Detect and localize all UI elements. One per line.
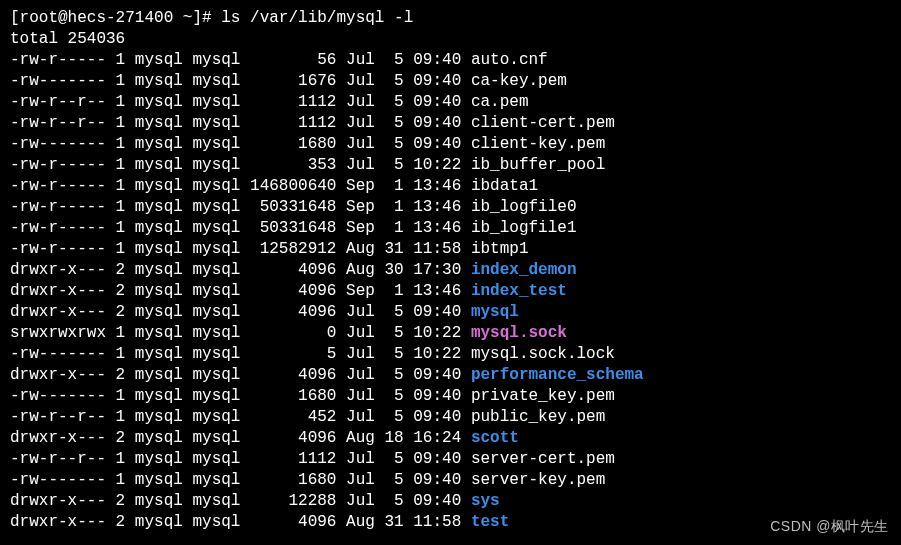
- file-row: -rw------- 1 mysql mysql 1680 Jul 5 09:4…: [10, 470, 891, 491]
- file-name: ib_buffer_pool: [471, 156, 605, 174]
- file-row: -rw-r--r-- 1 mysql mysql 1112 Jul 5 09:4…: [10, 113, 891, 134]
- file-row: -rw------- 1 mysql mysql 1676 Jul 5 09:4…: [10, 71, 891, 92]
- file-name: mysql.sock: [471, 324, 567, 342]
- file-row: drwxr-x--- 2 mysql mysql 4096 Jul 5 09:4…: [10, 302, 891, 323]
- file-row: -rw-r----- 1 mysql mysql 50331648 Sep 1 …: [10, 197, 891, 218]
- file-name: sys: [471, 492, 500, 510]
- file-row: -rw-r--r-- 1 mysql mysql 1112 Jul 5 09:4…: [10, 92, 891, 113]
- file-name: client-key.pem: [471, 135, 605, 153]
- file-meta: drwxr-x--- 2 mysql mysql 4096 Aug 30 17:…: [10, 261, 471, 279]
- file-meta: -rw-r--r-- 1 mysql mysql 1112 Jul 5 09:4…: [10, 450, 471, 468]
- terminal-output[interactable]: [root@hecs-271400 ~]# ls /var/lib/mysql …: [10, 8, 891, 533]
- file-name: ibtmp1: [471, 240, 529, 258]
- file-row: -rw------- 1 mysql mysql 1680 Jul 5 09:4…: [10, 134, 891, 155]
- file-row: -rw-r----- 1 mysql mysql 12582912 Aug 31…: [10, 239, 891, 260]
- prompt-line: [root@hecs-271400 ~]# ls /var/lib/mysql …: [10, 8, 891, 29]
- file-meta: drwxr-x--- 2 mysql mysql 4096 Jul 5 09:4…: [10, 366, 471, 384]
- file-name: client-cert.pem: [471, 114, 615, 132]
- file-name: ibdata1: [471, 177, 538, 195]
- file-name: public_key.pem: [471, 408, 605, 426]
- file-row: drwxr-x--- 2 mysql mysql 4096 Sep 1 13:4…: [10, 281, 891, 302]
- file-row: -rw-r--r-- 1 mysql mysql 452 Jul 5 09:40…: [10, 407, 891, 428]
- file-row: srwxrwxrwx 1 mysql mysql 0 Jul 5 10:22 m…: [10, 323, 891, 344]
- file-meta: -rw------- 1 mysql mysql 5 Jul 5 10:22: [10, 345, 471, 363]
- file-row: drwxr-x--- 2 mysql mysql 12288 Jul 5 09:…: [10, 491, 891, 512]
- file-meta: -rw-r--r-- 1 mysql mysql 452 Jul 5 09:40: [10, 408, 471, 426]
- total-line: total 254036: [10, 29, 891, 50]
- file-name: ca-key.pem: [471, 72, 567, 90]
- file-name: private_key.pem: [471, 387, 615, 405]
- file-row: -rw-r----- 1 mysql mysql 50331648 Sep 1 …: [10, 218, 891, 239]
- file-name: test: [471, 513, 509, 531]
- file-name: auto.cnf: [471, 51, 548, 69]
- file-meta: -rw------- 1 mysql mysql 1680 Jul 5 09:4…: [10, 471, 471, 489]
- file-meta: drwxr-x--- 2 mysql mysql 4096 Jul 5 09:4…: [10, 303, 471, 321]
- file-meta: -rw-r----- 1 mysql mysql 50331648 Sep 1 …: [10, 198, 471, 216]
- file-meta: -rw-r----- 1 mysql mysql 56 Jul 5 09:40: [10, 51, 471, 69]
- file-name: ca.pem: [471, 93, 529, 111]
- file-meta: -rw-r----- 1 mysql mysql 12582912 Aug 31…: [10, 240, 471, 258]
- file-row: -rw-r----- 1 mysql mysql 56 Jul 5 09:40 …: [10, 50, 891, 71]
- file-row: drwxr-x--- 2 mysql mysql 4096 Aug 18 16:…: [10, 428, 891, 449]
- file-name: ib_logfile1: [471, 219, 577, 237]
- file-meta: -rw------- 1 mysql mysql 1680 Jul 5 09:4…: [10, 387, 471, 405]
- file-name: server-cert.pem: [471, 450, 615, 468]
- file-meta: drwxr-x--- 2 mysql mysql 12288 Jul 5 09:…: [10, 492, 471, 510]
- file-meta: -rw-r----- 1 mysql mysql 353 Jul 5 10:22: [10, 156, 471, 174]
- file-row: -rw-r----- 1 mysql mysql 353 Jul 5 10:22…: [10, 155, 891, 176]
- file-meta: -rw-r----- 1 mysql mysql 50331648 Sep 1 …: [10, 219, 471, 237]
- file-meta: drwxr-x--- 2 mysql mysql 4096 Sep 1 13:4…: [10, 282, 471, 300]
- watermark: CSDN @枫叶先生: [770, 516, 889, 537]
- file-meta: -rw------- 1 mysql mysql 1676 Jul 5 09:4…: [10, 72, 471, 90]
- file-row: -rw-r--r-- 1 mysql mysql 1112 Jul 5 09:4…: [10, 449, 891, 470]
- file-name: scott: [471, 429, 519, 447]
- file-meta: -rw-r--r-- 1 mysql mysql 1112 Jul 5 09:4…: [10, 93, 471, 111]
- file-meta: -rw------- 1 mysql mysql 1680 Jul 5 09:4…: [10, 135, 471, 153]
- file-row: drwxr-x--- 2 mysql mysql 4096 Aug 30 17:…: [10, 260, 891, 281]
- file-row: -rw-r----- 1 mysql mysql 146800640 Sep 1…: [10, 176, 891, 197]
- file-name: server-key.pem: [471, 471, 605, 489]
- file-name: index_demon: [471, 261, 577, 279]
- file-meta: -rw-r--r-- 1 mysql mysql 1112 Jul 5 09:4…: [10, 114, 471, 132]
- file-name: index_test: [471, 282, 567, 300]
- file-name: ib_logfile0: [471, 198, 577, 216]
- file-name: mysql.sock.lock: [471, 345, 615, 363]
- file-row: drwxr-x--- 2 mysql mysql 4096 Jul 5 09:4…: [10, 365, 891, 386]
- file-meta: drwxr-x--- 2 mysql mysql 4096 Aug 18 16:…: [10, 429, 471, 447]
- file-name: mysql: [471, 303, 519, 321]
- file-meta: drwxr-x--- 2 mysql mysql 4096 Aug 31 11:…: [10, 513, 471, 531]
- file-row: drwxr-x--- 2 mysql mysql 4096 Aug 31 11:…: [10, 512, 891, 533]
- file-name: performance_schema: [471, 366, 644, 384]
- file-row: -rw------- 1 mysql mysql 5 Jul 5 10:22 m…: [10, 344, 891, 365]
- file-meta: srwxrwxrwx 1 mysql mysql 0 Jul 5 10:22: [10, 324, 471, 342]
- file-row: -rw------- 1 mysql mysql 1680 Jul 5 09:4…: [10, 386, 891, 407]
- file-meta: -rw-r----- 1 mysql mysql 146800640 Sep 1…: [10, 177, 471, 195]
